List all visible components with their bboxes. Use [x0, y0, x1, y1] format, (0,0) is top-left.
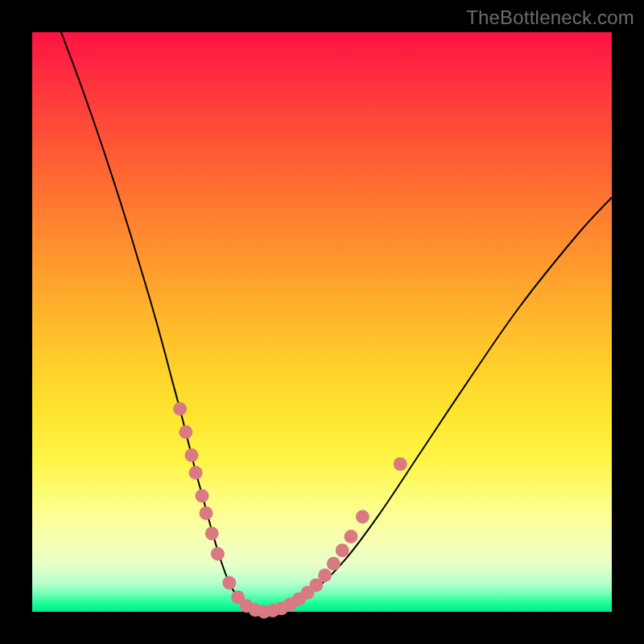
- curve-marker: [356, 510, 369, 523]
- curve-markers: [173, 402, 407, 619]
- curve-marker: [336, 543, 349, 557]
- curve-marker: [222, 576, 236, 590]
- curve-marker: [189, 466, 203, 480]
- curve-layer: [32, 32, 612, 612]
- curve-marker: [185, 448, 199, 462]
- watermark-text: TheBottleneck.com: [466, 6, 634, 29]
- bottleneck-curve: [61, 32, 612, 612]
- chart-frame: TheBottleneck.com: [0, 0, 644, 644]
- curve-marker: [173, 402, 187, 416]
- curve-marker: [195, 489, 208, 503]
- curve-marker: [345, 530, 358, 543]
- curve-marker: [211, 547, 225, 561]
- curve-marker: [179, 425, 192, 439]
- curve-marker: [318, 568, 332, 582]
- curve-marker: [200, 506, 213, 520]
- curve-marker: [394, 457, 407, 471]
- curve-marker: [327, 557, 341, 571]
- curve-marker: [205, 526, 219, 540]
